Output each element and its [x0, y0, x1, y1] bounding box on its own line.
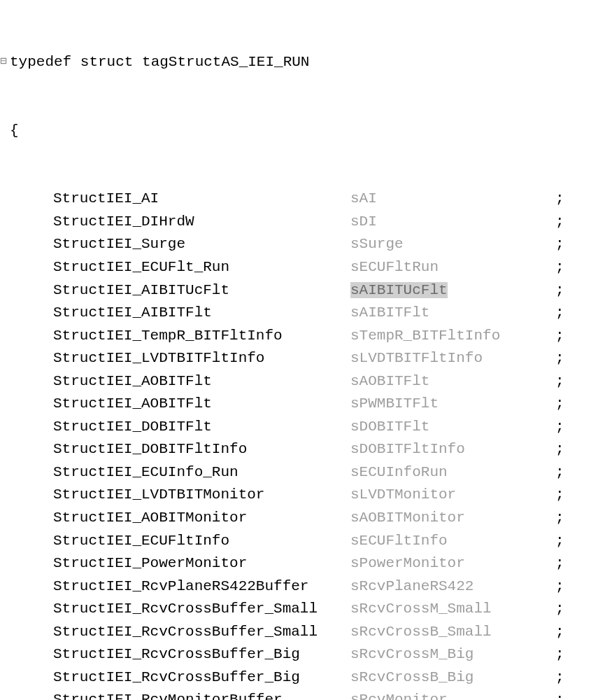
field-line: StructIEI_ECUFlt_RunsECUFltRun;: [0, 256, 598, 279]
field-line: StructIEI_AIBITUcFltsAIBITUcFlt;: [0, 279, 598, 302]
field-type: StructIEI_Surge: [53, 233, 350, 256]
gutter-space: [0, 349, 10, 367]
field-type: StructIEI_ECUFlt_Run: [53, 256, 350, 279]
gutter-space: [0, 668, 10, 686]
field-type: StructIEI_AIBITFlt: [53, 302, 350, 325]
gutter-space: [0, 395, 10, 412]
field-name: sAOBITFlt: [350, 370, 555, 393]
field-name: sTempR_BITFltInfo: [350, 325, 555, 348]
highlighted-field-name: sAIBITUcFlt: [350, 282, 448, 298]
field-type: StructIEI_RcvCrossBuffer_Big: [53, 643, 350, 666]
semicolon: ;: [555, 188, 564, 211]
gutter-space: [0, 645, 10, 663]
field-type: StructIEI_ECUInfo_Run: [53, 461, 350, 484]
field-line: StructIEI_AOBITFltsPWMBITFlt;: [0, 393, 598, 416]
field-type: StructIEI_LVDTBITFltInfo: [53, 347, 350, 370]
semicolon: ;: [555, 484, 564, 507]
field-line: StructIEI_LVDTBITMonitorsLVDTMonitor;: [0, 484, 598, 507]
gutter-space: [0, 372, 10, 390]
field-line: StructIEI_AOBITFltsAOBITFlt;: [0, 370, 598, 393]
gutter-space: [0, 440, 10, 458]
field-line: StructIEI_TempR_BITFltInfosTempR_BITFltI…: [0, 325, 598, 348]
field-line: StructIEI_RcvCrossBuffer_BigsRcvCrossB_B…: [0, 666, 598, 690]
field-line: StructIEI_RcvMonitorBuffersRcvMonitor;: [0, 689, 598, 700]
gutter-space: [0, 281, 10, 299]
typedef-text: typedef struct tagStructAS_IEI_RUN: [10, 51, 309, 74]
gutter-space: [0, 532, 10, 550]
field-type: StructIEI_AIBITUcFlt: [53, 279, 350, 302]
field-line: StructIEI_RcvCrossBuffer_SmallsRcvCrossM…: [0, 598, 598, 621]
semicolon: ;: [555, 211, 564, 234]
semicolon: ;: [555, 598, 564, 621]
field-type: StructIEI_RcvCrossBuffer_Big: [53, 666, 350, 690]
semicolon: ;: [555, 256, 564, 279]
field-type: StructIEI_ECUFltInfo: [53, 530, 350, 553]
field-name: sECUFltInfo: [350, 530, 555, 553]
field-type: StructIEI_DIHrdW: [53, 211, 350, 234]
semicolon: ;: [555, 279, 564, 302]
field-name: sRcvCrossM_Small: [350, 598, 555, 621]
semicolon: ;: [555, 666, 564, 690]
field-line: StructIEI_ECUFltInfosECUFltInfo;: [0, 530, 598, 553]
gutter-space: [0, 235, 10, 253]
field-name: sAOBITMonitor: [350, 507, 555, 530]
field-type: StructIEI_RcvMonitorBuffer: [53, 689, 350, 700]
field-name: sECUFltRun: [350, 256, 555, 279]
semicolon: ;: [555, 530, 564, 553]
semicolon: ;: [555, 438, 564, 461]
collapse-icon[interactable]: ⊟: [0, 53, 10, 71]
field-line: StructIEI_ECUInfo_RunsECUInfoRun;: [0, 461, 598, 484]
gutter-space: [0, 258, 10, 276]
semicolon: ;: [555, 643, 564, 666]
field-name: sECUInfoRun: [350, 461, 555, 484]
field-name: sRcvMonitor: [350, 689, 555, 700]
gutter-space: [0, 623, 10, 640]
gutter-space: [0, 554, 10, 572]
semicolon: ;: [555, 621, 564, 644]
field-type: StructIEI_DOBITFlt: [53, 416, 350, 439]
field-type: StructIEI_AI: [53, 188, 350, 211]
gutter-space: [0, 486, 10, 503]
field-name: sRcvPlaneRS422: [350, 575, 555, 598]
semicolon: ;: [555, 347, 564, 370]
semicolon: ;: [555, 689, 564, 700]
open-brace: {: [10, 120, 19, 143]
semicolon: ;: [555, 393, 564, 416]
semicolon: ;: [555, 370, 564, 393]
field-type: StructIEI_LVDTBITMonitor: [53, 484, 350, 507]
field-name: sAIBITUcFlt: [350, 279, 555, 302]
semicolon: ;: [555, 507, 564, 530]
field-line: StructIEI_SurgesSurge;: [0, 233, 598, 256]
field-line: StructIEI_LVDTBITFltInfosLVDTBITFltInfo;: [0, 347, 598, 370]
field-name: sLVDTBITFltInfo: [350, 347, 555, 370]
field-name: sPowerMonitor: [350, 552, 555, 575]
field-line: StructIEI_AOBITMonitorsAOBITMonitor;: [0, 507, 598, 530]
gutter-space: [0, 463, 10, 481]
field-type: StructIEI_AOBITFlt: [53, 393, 350, 416]
field-line: StructIEI_AIsAI;: [0, 188, 598, 211]
gutter-space: [0, 509, 10, 526]
field-line: StructIEI_DOBITFltInfosDOBITFltInfo;: [0, 438, 598, 461]
field-type: StructIEI_RcvCrossBuffer_Small: [53, 621, 350, 644]
field-name: sRcvCrossB_Big: [350, 666, 555, 690]
field-type: StructIEI_RcvCrossBuffer_Small: [53, 598, 350, 621]
semicolon: ;: [555, 552, 564, 575]
gutter-space: [0, 122, 10, 139]
semicolon: ;: [555, 325, 564, 348]
semicolon: ;: [555, 575, 564, 598]
typedef-line: ⊟ typedef struct tagStructAS_IEI_RUN: [0, 51, 598, 74]
gutter-space: [0, 578, 10, 595]
field-type: StructIEI_AOBITFlt: [53, 370, 350, 393]
field-line: StructIEI_DIHrdWsDI;: [0, 211, 598, 234]
field-name: sLVDTMonitor: [350, 484, 555, 507]
open-brace-line: {: [0, 120, 598, 143]
field-type: StructIEI_RcvPlaneRS422Buffer: [53, 575, 350, 598]
gutter-space: [0, 213, 10, 230]
field-line: StructIEI_PowerMonitorsPowerMonitor;: [0, 552, 598, 575]
gutter-space: [0, 691, 10, 700]
field-line: StructIEI_RcvCrossBuffer_SmallsRcvCrossB…: [0, 621, 598, 644]
field-name: sRcvCrossM_Big: [350, 643, 555, 666]
field-name: sSurge: [350, 233, 555, 256]
semicolon: ;: [555, 233, 564, 256]
semicolon: ;: [555, 416, 564, 439]
